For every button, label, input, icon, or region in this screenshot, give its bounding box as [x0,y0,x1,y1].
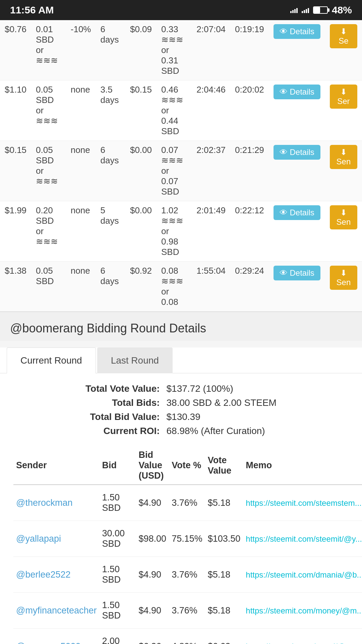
total-bid-value: $130.39 [167,412,349,422]
cell-value: $1.10 [0,80,31,141]
bid-sender[interactable]: @therockman [13,485,100,521]
upper-data-table: $0.76 0.01 SBD or≋≋≋ -10% 6 days $0.09 0… [0,20,362,312]
table-row: $1.10 0.05 SBD or≋≋≋ none 3.5 days $0.15… [0,80,362,141]
total-bids-value: 38.00 SBD & 2.00 STEEM [167,397,349,408]
bid-value-usd: $4.90 [136,557,169,593]
cell-time1: 2:04:46 [192,80,230,141]
cell-pct: none [66,80,96,141]
cell-send: ⬇ Se [325,20,362,80]
steem-icon: ≋≋≋ [36,55,58,66]
bid-sender[interactable]: @myfinanceteacher [13,593,100,629]
table-row: $1.99 0.20 SBD or≋≋≋ none 5 days $0.00 1… [0,201,362,262]
status-bar: 11:56 AM 48% [0,0,362,20]
bid-vote-value: $5.18 [205,485,243,521]
total-bids-label: Total Bids: [13,397,160,408]
cell-usd: $0.09 [125,20,157,80]
bid-sender[interactable]: @yallapapi [13,521,100,557]
bid-memo[interactable]: https://steemit.com/dmania/@b... [243,557,362,593]
bids-table: Sender Bid Bid Value (USD) Vote % Vote V… [13,446,362,644]
bid-row: @mapman5000 2.00 STEEM $6.26 4.80% $6.62… [13,629,362,644]
cell-usd: $0.15 [125,80,157,141]
signal-icon-2 [302,7,309,13]
battery-icon [313,6,328,14]
cell-bid: 0.01 SBD or≋≋≋ [31,20,66,80]
current-roi-label: Current ROI: [13,426,160,436]
bid-vote-value: $103.50 [205,521,243,557]
bid-value-usd: $98.00 [136,521,169,557]
cell-vote: 0.33 ≋≋≋or 0.31 SBD [157,20,192,80]
cell-pct: none [66,141,96,201]
details-button[interactable]: 👁 Details [274,145,320,160]
battery-label: 48% [332,4,352,16]
cell-pct: none [66,201,96,262]
cell-days: 3.5 days [96,80,125,141]
cell-days: 6 days [96,262,125,312]
bid-memo[interactable]: https://steemit.com/steemstem... [243,485,362,521]
cell-time2: 0:20:02 [230,80,269,141]
send-button[interactable]: ⬇ Ser [330,85,357,109]
total-vote-label: Total Vote Value: [13,383,160,394]
table-row: $0.15 0.05 SBD or≋≋≋ none 6 days $0.00 0… [0,141,362,201]
cell-send: ⬇ Sen [325,141,362,201]
cell-send: ⬇ Sen [325,262,362,312]
cell-vote: 0.08 ≋≋≋or 0.08 [157,262,192,312]
cell-buttons: 👁 Details [269,201,325,262]
bid-vote-pct: 3.76% [169,557,205,593]
total-bid-value-label: Total Bid Value: [13,412,160,422]
col-header-bid-usd: Bid Value (USD) [136,446,169,485]
cell-usd: $0.92 [125,262,157,312]
cell-send: ⬇ Ser [325,80,362,141]
bid-memo[interactable]: https://steemit.com/travel/@ma... [243,629,362,644]
signal-icon [290,7,298,13]
details-button[interactable]: 👁 Details [274,24,320,39]
cell-days: 5 days [96,201,125,262]
send-button[interactable]: ⬇ Sen [330,145,357,169]
bid-memo[interactable]: https://steemit.com/steemit/@y... [243,521,362,557]
bid-sender[interactable]: @berlee2522 [13,557,100,593]
bid-row: @yallapapi 30.00 SBD $98.00 75.15% $103.… [13,521,362,557]
cell-usd: $0.00 [125,201,157,262]
cell-time1: 1:55:04 [192,262,230,312]
cell-vote: 0.46 ≋≋≋or 0.44 SBD [157,80,192,141]
tab-last-round[interactable]: Last Round [97,347,173,373]
details-button[interactable]: 👁 Details [274,85,320,99]
cell-value: $1.99 [0,201,31,262]
current-roi-value: 68.98% (After Curation) [167,426,349,436]
table-row: $1.38 0.05SBD none 6 days $0.92 0.08 ≋≋≋… [0,262,362,312]
details-button[interactable]: 👁 Details [274,266,320,280]
bid-vote-pct: 3.76% [169,485,205,521]
cell-value: $0.76 [0,20,31,80]
cell-bid: 0.20 SBD or≋≋≋ [31,201,66,262]
cell-vote: 0.07 ≋≋≋or 0.07 SBD [157,141,192,201]
details-button[interactable]: 👁 Details [274,205,320,220]
cell-bid: 0.05SBD [31,262,66,312]
bid-vote-pct: 75.15% [169,521,205,557]
bid-amount: 1.50 SBD [100,593,136,629]
send-button[interactable]: ⬇ Se [330,24,357,48]
time-display: 11:56 AM [10,4,54,16]
bid-memo[interactable]: https://steemit.com/money/@m... [243,593,362,629]
bid-sender[interactable]: @mapman5000 [13,629,100,644]
col-header-vote-value: Vote Value [205,446,243,485]
table-row: $0.76 0.01 SBD or≋≋≋ -10% 6 days $0.09 0… [0,20,362,80]
bid-amount: 1.50 SBD [100,557,136,593]
cell-time2: 0:29:24 [230,262,269,312]
tab-current-round[interactable]: Current Round [7,347,96,373]
upper-table-section: $0.76 0.01 SBD or≋≋≋ -10% 6 days $0.09 0… [0,20,362,312]
bid-vote-pct: 4.80% [169,629,205,644]
cell-buttons: 👁 Details [269,262,325,312]
send-button[interactable]: ⬇ Sen [330,266,357,290]
bid-amount: 30.00 SBD [100,521,136,557]
cell-time1: 2:02:37 [192,141,230,201]
col-header-bid: Bid [100,446,136,485]
bid-row: @myfinanceteacher 1.50 SBD $4.90 3.76% $… [13,593,362,629]
send-button[interactable]: ⬇ Sen [330,205,357,229]
cell-time1: 2:01:49 [192,201,230,262]
cell-send: ⬇ Sen [325,201,362,262]
col-header-memo: Memo [243,446,362,485]
bid-vote-value: $5.18 [205,593,243,629]
cell-bid: 0.05 SBD or≋≋≋ [31,80,66,141]
bid-row: @therockman 1.50 SBD $4.90 3.76% $5.18 h… [13,485,362,521]
cell-buttons: 👁 Details [269,80,325,141]
cell-time2: 0:19:19 [230,20,269,80]
